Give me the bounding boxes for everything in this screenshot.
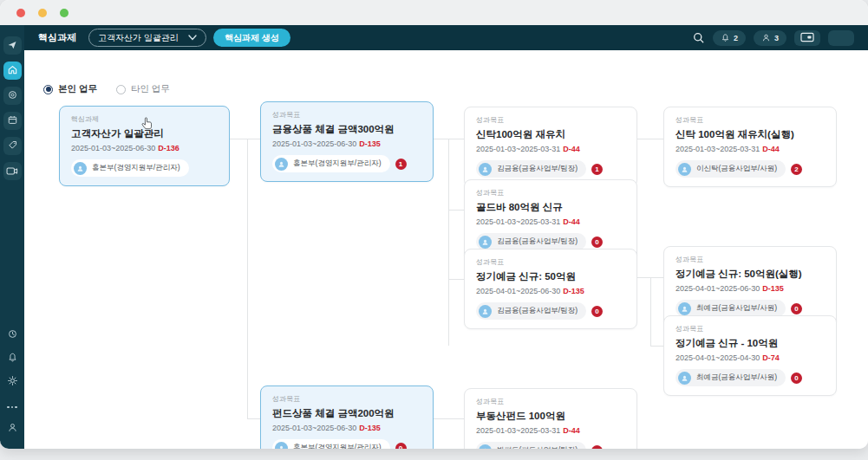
card-title: 골드바 80억원 신규	[476, 201, 625, 214]
app-header: 핵심과제 고객자산가 일괄관리 핵심과제 생성 2 3	[0, 25, 868, 50]
card-title: 정기예금 신규: 50억원	[476, 270, 625, 283]
connector-line	[448, 139, 449, 346]
assignee-name: 홍본부(경영지원부/관리자)	[293, 159, 382, 169]
dday-label: D-44	[762, 145, 780, 153]
sidebar-item-send[interactable]	[3, 36, 22, 55]
assignee-name: 김금융(금융사업부/팀장)	[497, 164, 578, 174]
assignee-chip[interactable]: 홍본부(경영지원부/관리자)	[272, 155, 390, 172]
avatar	[275, 158, 288, 171]
connector-line	[247, 139, 248, 418]
filter-others-work[interactable]: 타인 업무	[116, 83, 170, 95]
assignee-name: 이신탁(금융사업부/사원)	[696, 164, 777, 174]
card-title: 펀드상품 체결 금액200억원	[272, 407, 421, 420]
zoom-window-button[interactable]	[60, 9, 69, 17]
radio-selected-icon	[43, 85, 53, 94]
connector-line	[650, 277, 651, 347]
members-button[interactable]: 3	[754, 30, 786, 46]
notifications-button[interactable]: 2	[713, 30, 746, 46]
assignee-name: 홍본부(경영지원부/관리자)	[92, 163, 180, 173]
card-type-label: 성과목표	[476, 257, 625, 267]
card-type-label: 성과목표	[675, 115, 825, 125]
context-label: 핵심과제	[38, 31, 76, 44]
goal-card[interactable]: 성과목표정기예금 신규 - 10억원2025-04-01~2025-04-30D…	[663, 315, 837, 396]
goal-card[interactable]: 성과목표펀드상품 체결 금액200억원2025-01-03~2025-06-30…	[260, 385, 434, 449]
more-icon[interactable]	[3, 397, 21, 411]
connector-line	[230, 139, 261, 139]
goal-card[interactable]: 성과목표신탁 100억원 재유치(실행)2025-01-03~2025-03-3…	[663, 107, 837, 187]
tag-icon	[7, 139, 18, 154]
goal-card[interactable]: 성과목표정기예금 신규: 50억원2025-04-01~2025-06-30D-…	[464, 249, 637, 329]
notification-badge: 0	[395, 443, 407, 450]
card-title: 부동산펀드 100억원	[476, 410, 625, 423]
connector-line	[434, 139, 465, 139]
minimize-window-button[interactable]	[38, 9, 47, 17]
card-period: 2025-04-01~2025-04-30D-74	[675, 353, 825, 362]
card-type-label: 성과목표	[476, 188, 625, 198]
assignee-chip[interactable]: 최예금(금융사업부/사원)	[675, 300, 786, 317]
key-task-card[interactable]: 핵심과제고객자산가 일괄관리2025-01-03~2025-06-30D-136…	[59, 106, 230, 186]
card-title: 정기예금 신규 - 10억원	[675, 337, 825, 350]
avatar	[479, 444, 492, 450]
project-dropdown[interactable]: 고객자산가 일괄관리	[88, 29, 206, 47]
left-sidebar	[0, 25, 24, 449]
chevron-down-icon	[188, 35, 197, 41]
assignee-name: 최예금(금융사업부/사원)	[696, 303, 777, 314]
avatar	[678, 163, 691, 176]
sidebar-item-goals[interactable]	[3, 87, 22, 105]
connector-line	[448, 279, 465, 280]
gear-icon[interactable]	[3, 373, 21, 387]
assignee-chip[interactable]: 최예금(금융사업부/사원)	[675, 369, 786, 386]
profile-icon[interactable]	[3, 420, 21, 434]
assignee-chip[interactable]: 홍본부(경영지원부/관리자)	[272, 439, 390, 449]
sidebar-item-video[interactable]	[3, 162, 22, 180]
send-icon	[7, 38, 17, 54]
assignee-chip[interactable]: 김금융(금융사업부/팀장)	[476, 233, 586, 250]
video-call-button[interactable]	[794, 30, 820, 46]
assignee-chip[interactable]: 홍본부(경영지원부/관리자)	[71, 159, 189, 177]
create-key-task-button[interactable]: 핵심과제 생성	[213, 29, 290, 47]
project-dropdown-value: 고객자산가 일괄관리	[98, 32, 179, 44]
card-type-label: 성과목표	[272, 110, 421, 120]
close-window-button[interactable]	[16, 9, 25, 17]
more-options-button[interactable]	[828, 30, 854, 46]
card-title: 고객자산가 일괄관리	[71, 127, 218, 140]
dday-label: D-135	[359, 424, 381, 432]
history-icon[interactable]	[3, 327, 21, 340]
assignee-chip[interactable]: 김금융(금융사업부/팀장)	[476, 302, 586, 320]
bell-icon[interactable]	[3, 350, 21, 364]
sidebar-item-planner[interactable]	[3, 112, 22, 130]
dday-label: D-135	[359, 139, 381, 148]
assignee-name: 최예금(금융사업부/사원)	[696, 373, 777, 383]
dday-label: D-74	[762, 353, 780, 362]
card-period: 2025-01-03~2025-06-30D-135	[272, 424, 421, 432]
search-icon[interactable]	[692, 31, 705, 44]
dday-label: D-135	[762, 284, 784, 293]
notification-badge: 0	[591, 236, 603, 248]
card-title: 금융상품 체결 금액300억원	[272, 123, 421, 136]
card-title: 신탁100억원 재유치	[476, 128, 625, 141]
avatar	[74, 162, 87, 175]
filter-my-work[interactable]: 본인 업무	[43, 83, 97, 95]
assignee-chip[interactable]: 이신탁(금융사업부/사원)	[675, 160, 786, 178]
home-icon	[7, 63, 18, 79]
card-period: 2025-04-01~2025-06-30D-135	[675, 284, 825, 293]
sidebar-item-home[interactable]	[3, 62, 22, 80]
assignee-chip[interactable]: 박펀드(펀드사업부/팀장)	[476, 442, 586, 449]
goal-card[interactable]: 성과목표금융상품 체결 금액300억원2025-01-03~2025-06-30…	[260, 101, 434, 182]
connector-line	[637, 139, 664, 139]
avatar	[678, 302, 691, 315]
goal-card[interactable]: 성과목표신탁100억원 재유치2025-01-03~2025-03-31D-44…	[464, 107, 637, 187]
cascade-canvas: 핵심과제고객자산가 일괄관리2025-01-03~2025-06-30D-136…	[24, 50, 868, 449]
assignee-name: 홍본부(경영지원부/관리자)	[293, 443, 382, 449]
connector-line	[247, 418, 261, 419]
sidebar-item-tags[interactable]	[3, 137, 22, 155]
dday-label: D-44	[563, 426, 580, 435]
assignee-chip[interactable]: 김금융(금융사업부/팀장)	[476, 160, 586, 178]
card-period: 2025-01-03~2025-06-30D-135	[272, 139, 421, 148]
avatar	[479, 305, 492, 318]
goal-card[interactable]: 성과목표부동산펀드 100억원2025-01-03~2025-03-31D-44…	[464, 388, 637, 449]
avatar	[479, 236, 492, 249]
avatar	[275, 442, 288, 450]
video-panel-icon	[800, 30, 814, 46]
assignee-name: 박펀드(펀드사업부/팀장)	[497, 445, 578, 449]
